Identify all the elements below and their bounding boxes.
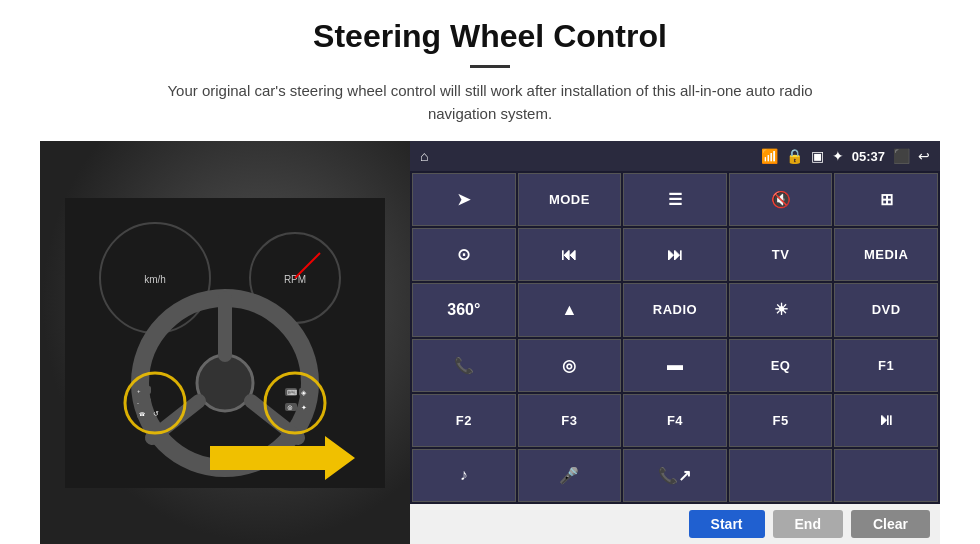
grid-btn-f1[interactable]: F1 [834,339,938,392]
navi-icon: ◎ [562,356,576,375]
grid-btn-f4[interactable]: F4 [623,394,727,447]
grid-btn-f2[interactable]: F2 [412,394,516,447]
svg-rect-13 [137,398,151,406]
phone-icon: 📞 [454,356,474,375]
page: Steering Wheel Control Your original car… [0,0,980,544]
svg-text:-: - [137,400,139,406]
music-icon: ♪ [460,466,468,484]
start-button[interactable]: Start [689,510,765,538]
status-bar: ⌂ 📶 🔒 ▣ ✦ 05:37 ⬛ ↩ [410,141,940,171]
mute-icon: 🔇 [771,190,791,209]
play-pause-icon: ⏯ [878,411,894,429]
svg-text:↺: ↺ [153,410,159,417]
button-grid: ➤MODE☰🔇⊞⊙⏮⏭TVMEDIA360°▲RADIO☀DVD📞◎▬EQF1F… [410,171,940,504]
sw-background: km/h RPM [40,141,410,544]
svg-text:⌨: ⌨ [287,389,297,396]
mic-icon: 🎤 [559,466,579,485]
bottom-bar: Start End Clear [410,504,940,544]
grid-btn-settings[interactable]: ⊙ [412,228,516,281]
grid-btn-mode[interactable]: MODE [518,173,622,226]
apps-icon: ⊞ [880,190,893,209]
grid-btn-screen[interactable]: ▬ [623,339,727,392]
clear-button[interactable]: Clear [851,510,930,538]
wifi-icon: 📶 [761,148,778,164]
status-left: ⌂ [420,148,428,164]
grid-btn-brightness[interactable]: ☀ [729,283,833,336]
grid-btn-f3[interactable]: F3 [518,394,622,447]
prev-icon: ⏮ [561,246,577,264]
page-title: Steering Wheel Control [313,18,667,55]
grid-btn-next[interactable]: ⏭ [623,228,727,281]
settings-icon: ⊙ [457,245,470,264]
status-right: 📶 🔒 ▣ ✦ 05:37 ⬛ ↩ [761,148,930,164]
grid-btn-mute[interactable]: 🔇 [729,173,833,226]
grid-btn-navi[interactable]: ◎ [518,339,622,392]
360-icon: 360° [447,301,480,319]
eject-icon: ▲ [561,301,577,319]
grid-btn-play-pause[interactable]: ⏯ [834,394,938,447]
steering-wheel-image: km/h RPM [40,141,410,544]
sim-icon: ▣ [811,148,824,164]
svg-text:⊚: ⊚ [287,404,293,411]
grid-btn-apps[interactable]: ⊞ [834,173,938,226]
grid-btn-radio[interactable]: RADIO [623,283,727,336]
next-icon: ⏭ [667,246,683,264]
svg-text:✦: ✦ [301,404,307,411]
grid-btn-empty2[interactable] [834,449,938,502]
grid-btn-dvd[interactable]: DVD [834,283,938,336]
screen-icon: ▬ [667,356,683,374]
navigate-icon: ➤ [457,190,470,209]
grid-btn-call-end[interactable]: 📞↗ [623,449,727,502]
grid-btn-360[interactable]: 360° [412,283,516,336]
brightness-icon: ☀ [774,300,788,319]
grid-btn-mic[interactable]: 🎤 [518,449,622,502]
grid-btn-menu[interactable]: ☰ [623,173,727,226]
grid-btn-navigate[interactable]: ➤ [412,173,516,226]
grid-btn-prev[interactable]: ⏮ [518,228,622,281]
svg-text:RPM: RPM [284,274,306,285]
grid-btn-eq[interactable]: EQ [729,339,833,392]
main-content: km/h RPM [40,141,940,544]
call-end-icon: 📞↗ [658,466,691,485]
page-subtitle: Your original car's steering wheel contr… [140,80,840,125]
bluetooth-icon: ✦ [832,148,844,164]
lock-icon: 🔒 [786,148,803,164]
title-divider [470,65,510,68]
home-icon[interactable]: ⌂ [420,148,428,164]
control-panel: ⌂ 📶 🔒 ▣ ✦ 05:37 ⬛ ↩ ➤MODE☰🔇⊞⊙⏮⏭TVMEDIA36… [410,141,940,544]
steering-wheel-svg: km/h RPM [65,198,385,488]
screen-icon: ⬛ [893,148,910,164]
grid-btn-media[interactable]: MEDIA [834,228,938,281]
back-icon[interactable]: ↩ [918,148,930,164]
svg-text:+: + [137,388,141,394]
menu-icon: ☰ [668,190,682,209]
svg-text:km/h: km/h [144,274,166,285]
grid-btn-music[interactable]: ♪ [412,449,516,502]
grid-btn-eject[interactable]: ▲ [518,283,622,336]
grid-btn-phone[interactable]: 📞 [412,339,516,392]
grid-btn-f5[interactable]: F5 [729,394,833,447]
svg-text:☎: ☎ [139,411,145,417]
end-button[interactable]: End [773,510,843,538]
grid-btn-tv[interactable]: TV [729,228,833,281]
grid-btn-empty1[interactable] [729,449,833,502]
time-display: 05:37 [852,149,885,164]
